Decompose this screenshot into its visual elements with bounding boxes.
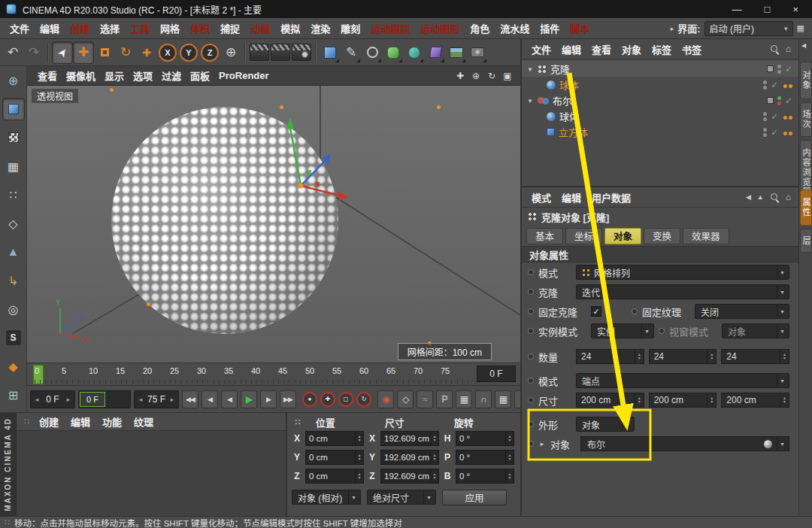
drag-grip-icon[interactable]: ∷ [21,417,32,426]
anim-dot-icon[interactable] [528,354,534,360]
visibility-dots[interactable] [763,128,767,137]
spin-down-icon[interactable]: ▾ [356,438,363,442]
anim-dot-icon[interactable] [528,421,534,427]
deformer-button[interactable] [425,41,446,64]
minimize-button[interactable]: — [732,4,742,15]
search-icon[interactable] [770,193,780,202]
size-x-spinner[interactable]: 200 cm▴▾ [576,393,644,408]
vp-menu-view[interactable]: 查看 [33,68,62,83]
magnet-snap-button[interactable]: ∩ [475,390,492,408]
material-list-area[interactable] [17,431,286,516]
shape-dropdown[interactable]: 对象 ▾ [576,417,635,432]
phong-tag-icon[interactable] [782,126,792,138]
object-name[interactable]: 立方体 [559,125,588,139]
vp-menu-display[interactable]: 显示 [100,68,129,83]
menu-overflow-icon[interactable]: ▸ [671,25,674,32]
am-menu-userdata[interactable]: 用户数据 [586,190,636,205]
spline-primitives-button[interactable] [362,41,383,64]
viewport-mode-dropdown[interactable]: 对象 ▾ [722,323,789,338]
menu-sculpt[interactable]: 雕刻 [335,21,365,35]
menu-character[interactable]: 角色 [465,21,495,35]
next-frame-button[interactable]: ▶ [260,390,277,408]
rotate-view-icon[interactable]: ↻ [485,71,498,81]
spin-down-icon[interactable]: ▾ [356,476,363,480]
layout-icon[interactable]: ▦ [797,23,804,33]
make-editable-button[interactable]: ⊕ [2,69,25,92]
count-z-spinner[interactable]: 24▴▾ [721,349,789,364]
am-menu-edit[interactable]: 编辑 [556,190,586,205]
mat-menu-create[interactable]: 创建 [34,414,64,429]
size-y-field[interactable]: 192.609 cm▴▾ [380,450,439,465]
coordinate-system-button[interactable]: ⊕ [220,41,241,64]
tab-effectors[interactable]: 效果器 [683,228,729,244]
count-y-spinner[interactable]: 24▴▾ [649,349,717,364]
layer-color-box[interactable] [767,65,774,72]
axis-mode-button[interactable]: ↳ [2,269,25,292]
search-icon[interactable] [770,44,780,54]
anim-dot-icon[interactable] [528,328,534,334]
solo-mode-button[interactable]: ◎ [2,298,25,320]
model-mode-button[interactable] [2,98,25,120]
anim-dot-icon[interactable] [528,289,534,295]
move-tool-button[interactable]: ✚ [73,41,94,64]
visibility-dots[interactable] [777,96,781,105]
timeline-ruler[interactable]: 0 5 10 15 20 25 30 35 40 45 50 55 60 65 … [27,363,520,385]
am-menu-mode[interactable]: 模式 [526,190,556,205]
menu-create[interactable]: 创建 [65,21,95,35]
collapse-panel-icon[interactable]: ◀ [801,42,806,49]
powerslider-button[interactable]: P [436,390,453,408]
count-x-spinner[interactable]: 24▴▾ [576,349,644,364]
anim-dot-icon[interactable] [659,328,665,334]
tab-coordinates[interactable]: 坐标 [565,228,602,244]
record-scale-button[interactable]: ◻ [338,392,353,407]
end-frame-spinner[interactable]: ◂ 75 F ▸ [134,390,179,408]
live-selection-button[interactable]: ➤ [52,41,73,64]
history-back-icon[interactable]: ◀ [746,193,751,201]
spin-right-icon[interactable]: ▸ [168,396,176,403]
lock-z-button[interactable]: Z [201,44,219,62]
rot-b-field[interactable]: 0 °▴▾ [456,469,514,484]
spin-down-icon[interactable]: ▾ [635,400,644,404]
move-gizmo[interactable] [27,86,520,363]
spin-down-icon[interactable]: ▾ [707,400,716,404]
spin-down-icon[interactable]: ▾ [431,457,438,461]
collapse-caret-icon[interactable]: ▾ [526,65,534,73]
anim-dot-icon[interactable] [528,397,534,403]
menu-file[interactable]: 文件 [5,21,35,35]
clone-dropdown[interactable]: 迭代 ▾ [576,284,789,299]
spin-down-icon[interactable]: ▾ [431,438,438,442]
previous-key-button[interactable]: ◀ [201,390,218,408]
tab-objects-vertical[interactable]: 对象 [800,62,812,99]
om-menu-tags[interactable]: 标签 [647,42,677,56]
redo-button[interactable]: ↷ [23,41,44,64]
object-row-cloner[interactable]: ▾ 克隆 ✓ [522,61,798,77]
instance-mode-dropdown[interactable]: 实例 ▾ [591,323,654,338]
object-name[interactable]: 球体 [559,109,579,123]
pan-view-icon[interactable]: ✚ [453,71,467,81]
om-menu-file[interactable]: 文件 [526,42,556,56]
maximize-button[interactable]: □ [765,4,771,15]
render-picture-viewer-button[interactable] [271,44,290,61]
object-link-field[interactable]: 布尔 ▾ [580,436,789,451]
go-to-end-button[interactable]: ▶▶ [280,390,296,408]
tab-attributes-vertical[interactable]: 属性 [800,190,812,226]
size-z-spinner[interactable]: 200 cm▴▾ [721,393,789,408]
menu-render[interactable]: 渲染 [305,21,335,35]
visibility-dots[interactable] [777,65,781,74]
pos-z-field[interactable]: 0 cm▴▾ [305,469,364,484]
mat-menu-edit[interactable]: 编辑 [65,414,95,429]
phong-tag-icon[interactable] [782,79,792,90]
primitive-cube-button[interactable] [320,41,341,64]
size-mode-dropdown[interactable]: 绝对尺寸▾ [367,490,436,505]
pos-x-field[interactable]: 0 cm▴▾ [305,431,364,446]
anim-dot-icon[interactable] [528,269,534,275]
home-icon[interactable]: ⌂ [786,192,791,202]
object-row-cube[interactable]: 立方体 ✓ [522,124,798,140]
autokey-button[interactable]: ◉ [377,390,394,408]
menu-simulate[interactable]: 模拟 [275,21,305,35]
snap-settings-button[interactable]: S [2,326,25,349]
parent-up-icon[interactable]: ▲ [757,193,764,201]
go-to-start-button[interactable]: ◀◀ [182,390,198,408]
spin-down-icon[interactable]: ▾ [780,400,789,404]
spin-down-icon[interactable]: ▾ [506,438,514,442]
